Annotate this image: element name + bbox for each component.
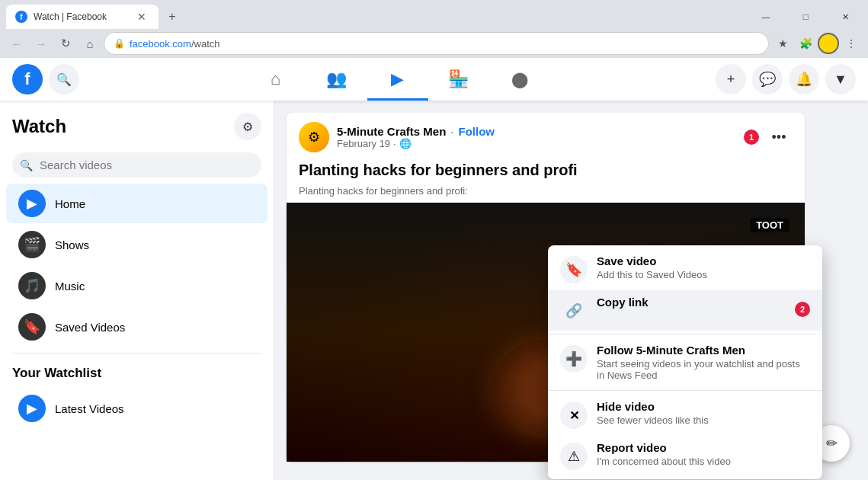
globe-icon: 🌐 — [399, 138, 412, 149]
navbar-search-button[interactable]: 🔍 — [49, 64, 79, 94]
sidebar-item-music[interactable]: 🎵 Music — [6, 266, 267, 306]
context-menu: 🔖 Save video Add this to Saved Videos 🔗 … — [548, 245, 822, 479]
sidebar-item-shows[interactable]: 🎬 Shows — [6, 225, 267, 264]
menu-divider-2 — [548, 390, 822, 391]
sidebar-title: Watch — [12, 116, 66, 137]
save-video-subtitle: Add this to Saved Videos — [597, 269, 810, 280]
music-sidebar-icon: 🎵 — [18, 272, 46, 299]
post-subtitle: Planting hacks for beginners and profi: — [287, 185, 805, 203]
gear-icon: ⚙ — [242, 120, 253, 134]
nav-marketplace[interactable]: 🏪 — [428, 58, 489, 101]
facebook-logo[interactable]: f — [12, 64, 43, 94]
context-menu-report-video[interactable]: ⚠ Report video I'm concerned about this … — [548, 435, 822, 476]
search-videos-input[interactable] — [12, 152, 261, 178]
toolbar-icons: ★ 🧩 ⋮ — [772, 33, 862, 54]
tab-title: Watch | Facebook — [34, 11, 128, 22]
sidebar-item-latest-videos[interactable]: ▶ Latest Videos — [6, 389, 267, 428]
groups-nav-icon: ⬤ — [511, 70, 528, 88]
home-sidebar-label: Home — [55, 197, 85, 210]
latest-videos-label: Latest Videos — [55, 402, 124, 415]
home-button[interactable]: ⌂ — [79, 33, 101, 54]
sidebar-settings-button[interactable]: ⚙ — [234, 113, 261, 140]
watchlist-title: Your Watchlist — [0, 360, 274, 387]
search-icon: 🔍 — [56, 72, 72, 87]
post-header: ⚙ 5-Minute Crafts Men · Follow February … — [287, 113, 805, 162]
minimize-button[interactable]: — — [749, 6, 783, 27]
account-button[interactable]: ▼ — [825, 64, 856, 94]
bell-icon: 🔔 — [796, 71, 812, 88]
saved-sidebar-label: Saved Videos — [55, 321, 125, 334]
music-icon: 🎵 — [24, 277, 40, 294]
nav-watch[interactable]: ▶ — [367, 58, 428, 101]
address-url: facebook.com/watch — [130, 38, 759, 50]
profile-picture-icon[interactable] — [818, 33, 839, 54]
play-latest-icon: ▶ — [27, 400, 37, 417]
post-title: Planting hacks for beginners and profi — [287, 162, 805, 185]
nav-home[interactable]: ⌂ — [245, 58, 306, 101]
home-sidebar-icon: ▶ — [18, 190, 46, 217]
messenger-button[interactable]: 💬 — [752, 64, 783, 94]
context-menu-follow[interactable]: ➕ Follow 5-Minute Crafts Men Start seein… — [548, 338, 822, 387]
watch-nav-icon: ▶ — [391, 69, 404, 89]
context-menu-hide-video[interactable]: ✕ Hide video See fewer videos like this — [548, 394, 822, 435]
follow-title: Follow 5-Minute Crafts Men — [597, 344, 810, 357]
new-tab-button[interactable]: + — [162, 6, 183, 27]
follow-button[interactable]: Follow — [459, 125, 495, 138]
report-video-title: Report video — [597, 441, 810, 454]
address-bar[interactable]: 🔒 facebook.com/watch — [104, 32, 769, 55]
author-avatar: ⚙ — [299, 122, 329, 152]
post-info: 5-Minute Crafts Men · Follow February 19… — [337, 125, 744, 149]
browser-toolbar: ← → ↻ ⌂ 🔒 facebook.com/watch ★ 🧩 ⋮ — [0, 29, 868, 58]
browser-tab[interactable]: f Watch | Facebook ✕ — [6, 5, 159, 29]
forward-button[interactable]: → — [30, 33, 52, 54]
save-video-content: Save video Add this to Saved Videos — [597, 254, 810, 280]
extensions-icon[interactable]: 🧩 — [795, 33, 816, 54]
home-nav-icon: ⌂ — [271, 69, 280, 89]
sidebar-item-saved-videos[interactable]: 🔖 Saved Videos — [6, 307, 267, 347]
tab-close-button[interactable]: ✕ — [134, 9, 149, 24]
post-more-button[interactable]: ••• — [765, 123, 793, 151]
close-button[interactable]: ✕ — [828, 6, 862, 27]
refresh-button[interactable]: ↻ — [55, 33, 76, 54]
play-icon: ▶ — [27, 195, 37, 212]
report-video-content: Report video I'm concerned about this vi… — [597, 441, 810, 467]
context-menu-save-video[interactable]: 🔖 Save video Add this to Saved Videos — [548, 248, 822, 290]
plus-icon: + — [727, 72, 735, 88]
facebook-app: f 🔍 ⌂ 👥 ▶ 🏪 ⬤ + — [0, 58, 868, 480]
main-content: Watch ⚙ 🔍 ▶ Home 🎬 Shows — [0, 101, 868, 480]
latest-videos-icon: ▶ — [18, 395, 46, 422]
notifications-button[interactable]: 🔔 — [789, 64, 819, 94]
friends-nav-icon: 👥 — [326, 69, 347, 89]
copy-link-badge: 2 — [795, 302, 810, 317]
film-icon: 🎬 — [24, 236, 40, 253]
menu-divider-1 — [548, 334, 822, 334]
watch-sidebar: Watch ⚙ 🔍 ▶ Home 🎬 Shows — [0, 101, 274, 480]
window-controls: — □ ✕ — [749, 6, 862, 27]
nav-groups[interactable]: ⬤ — [489, 58, 550, 101]
hide-video-subtitle: See fewer videos like this — [597, 414, 810, 426]
hide-video-title: Hide video — [597, 400, 810, 413]
report-video-icon: ⚠ — [560, 443, 588, 470]
browser-titlebar: f Watch | Facebook ✕ + — □ ✕ — [0, 0, 868, 29]
post-notification-badge: 1 — [744, 130, 759, 145]
messenger-icon: 💬 — [759, 71, 776, 88]
post-meta: February 19 · 🌐 — [337, 138, 744, 149]
sidebar-search-icon: 🔍 — [20, 159, 33, 171]
hide-video-icon: ✕ — [560, 402, 588, 429]
sidebar-divider — [12, 353, 261, 354]
create-button[interactable]: + — [716, 64, 746, 94]
nav-friends[interactable]: 👥 — [306, 58, 367, 101]
post-header-actions: 1 ••• — [744, 123, 793, 151]
follow-subtitle: Start seeing videos in your watchlist an… — [597, 358, 810, 381]
copy-link-content: Copy link — [597, 296, 786, 309]
save-video-title: Save video — [597, 254, 810, 267]
shows-sidebar-label: Shows — [55, 238, 89, 251]
save-video-icon: 🔖 — [560, 256, 588, 283]
maximize-button[interactable]: □ — [789, 6, 822, 27]
browser-menu-icon[interactable]: ⋮ — [841, 33, 862, 54]
bookmark-star-icon[interactable]: ★ — [772, 33, 793, 54]
context-menu-copy-link[interactable]: 🔗 Copy link 2 — [548, 290, 822, 331]
lock-icon: 🔒 — [114, 38, 125, 49]
back-button[interactable]: ← — [6, 33, 27, 54]
sidebar-item-home[interactable]: ▶ Home — [6, 184, 267, 223]
